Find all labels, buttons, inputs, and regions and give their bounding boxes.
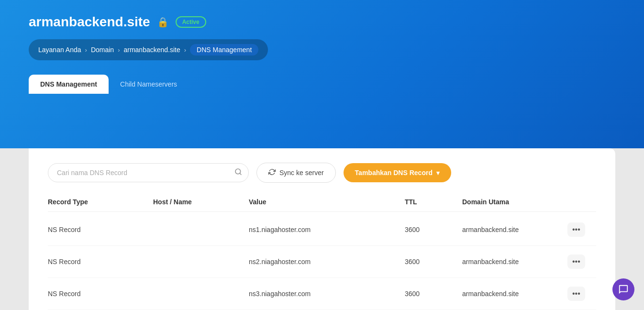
sync-icon: [268, 168, 276, 177]
breadcrumb-sep-1: ›: [85, 46, 87, 54]
col-domain-utama: Domain Utama: [462, 198, 567, 206]
cell-ttl: 3600: [405, 258, 462, 266]
cell-record-type: NS Record: [48, 258, 153, 266]
breadcrumb-sep-3: ›: [184, 46, 186, 54]
row-more-button[interactable]: •••: [567, 287, 585, 301]
cell-domain-utama: armanbackend.site: [462, 258, 567, 266]
cell-actions: •••: [567, 255, 596, 269]
tab-dns-management[interactable]: DNS Management: [29, 75, 109, 94]
site-title: armanbackend.site: [29, 14, 150, 30]
sync-button[interactable]: Sync ke server: [256, 163, 336, 183]
lock-icon: 🔒: [157, 16, 169, 28]
search-icon: [234, 168, 242, 177]
toolbar: Sync ke server Tambahkan DNS Record ▾: [48, 163, 596, 183]
cell-value: ns1.niagahoster.com: [249, 226, 405, 233]
breadcrumb-sep-2: ›: [118, 46, 120, 54]
add-btn-label: Tambahkan DNS Record: [355, 169, 433, 177]
col-host-name: Host / Name: [153, 198, 249, 206]
cell-ttl: 3600: [405, 290, 462, 298]
chat-widget-button[interactable]: [612, 278, 634, 300]
table-row: NS Record ns2.niagahoster.com 3600 arman…: [48, 246, 596, 278]
cell-record-type: NS Record: [48, 226, 153, 233]
breadcrumb-dns[interactable]: DNS Management: [190, 44, 258, 55]
content-area: Sync ke server Tambahkan DNS Record ▾ Re…: [29, 148, 615, 310]
chevron-down-icon: ▾: [436, 169, 440, 177]
breadcrumb: Layanan Anda › Domain › armanbackend.sit…: [29, 39, 268, 60]
svg-line-1: [240, 173, 241, 175]
status-badge: Active: [176, 16, 206, 28]
cell-domain-utama: armanbackend.site: [462, 226, 567, 233]
table-row: NS Record ns3.niagahoster.com 3600 arman…: [48, 278, 596, 310]
table-row: NS Record ns1.niagahoster.com 3600 arman…: [48, 214, 596, 246]
cell-ttl: 3600: [405, 226, 462, 233]
col-actions: [567, 198, 596, 206]
row-more-button[interactable]: •••: [567, 255, 585, 269]
search-wrapper: [48, 163, 249, 182]
table-header: Record Type Host / Name Value TTL Domain…: [48, 198, 596, 212]
cell-actions: •••: [567, 222, 596, 237]
cell-value: ns2.niagahoster.com: [249, 258, 405, 266]
table-body: NS Record ns1.niagahoster.com 3600 arman…: [48, 214, 596, 310]
col-ttl: TTL: [405, 198, 462, 206]
cell-domain-utama: armanbackend.site: [462, 290, 567, 298]
cell-value: ns3.niagahoster.com: [249, 290, 405, 298]
row-more-button[interactable]: •••: [567, 222, 585, 237]
col-value: Value: [249, 198, 405, 206]
col-record-type: Record Type: [48, 198, 153, 206]
tab-child-nameservers[interactable]: Child Nameservers: [109, 75, 189, 94]
breadcrumb-site[interactable]: armanbackend.site: [123, 46, 180, 54]
breadcrumb-domain[interactable]: Domain: [91, 46, 114, 54]
sync-label: Sync ke server: [279, 169, 324, 177]
search-input[interactable]: [48, 163, 249, 182]
cell-actions: •••: [567, 287, 596, 301]
cell-record-type: NS Record: [48, 290, 153, 298]
add-dns-record-button[interactable]: Tambahkan DNS Record ▾: [344, 163, 451, 182]
breadcrumb-layanan[interactable]: Layanan Anda: [38, 46, 81, 54]
